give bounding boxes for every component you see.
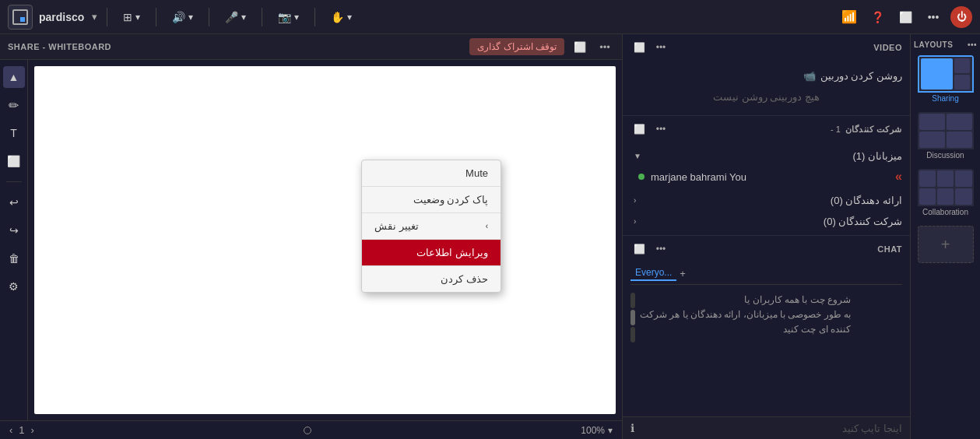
chat-screen-icon[interactable]: ⬜ xyxy=(631,241,648,258)
zoom-control[interactable]: 100% ▾ xyxy=(581,425,613,436)
end-button[interactable]: ⏻ xyxy=(950,6,972,28)
add-layout-icon: + xyxy=(941,236,950,254)
layout-sharing[interactable]: Sharing xyxy=(918,55,974,106)
participants-section: ⬜ ••• شرکت کنندگان 1 - ▼ میزبانان (1) xyxy=(623,116,910,236)
hosts-group-title: میزبانان (1) xyxy=(641,150,902,162)
prev-page-button[interactable]: ‹ xyxy=(9,424,12,436)
collab-item-4 xyxy=(919,188,936,205)
mic-button[interactable]: 🎤 ▾ xyxy=(219,8,252,26)
participant-arrow-icon: « xyxy=(895,170,902,184)
app-logo[interactable] xyxy=(8,5,33,30)
video-section: ⬜ ••• VIDEO روشن کردن دوربین 📹 هیچ دوربی… xyxy=(623,34,910,116)
chat-content: Everyo... + شروع چت با همه کاربران یا به… xyxy=(623,262,910,416)
help-icon[interactable]: ❓ xyxy=(866,6,888,28)
page-indicator xyxy=(304,427,311,434)
redo-tool[interactable]: ↪ xyxy=(3,220,25,241)
chat-scroll xyxy=(631,290,635,346)
layouts-panel: LAYOUTS ••• Sharing xyxy=(910,34,980,439)
participants-icons: ⬜ ••• xyxy=(631,121,669,138)
context-menu-clear-status[interactable]: پاک کردن وضعیت xyxy=(362,187,501,212)
wb-more-icon[interactable]: ••• xyxy=(595,37,614,56)
chat-tabs: Everyo... + xyxy=(631,265,902,285)
right-panel: ⬜ ••• VIDEO روشن کردن دوربین 📹 هیچ دوربی… xyxy=(622,34,910,439)
video-screen-icon[interactable]: ⬜ xyxy=(631,39,648,56)
hand-button[interactable]: ✋ ▾ xyxy=(325,8,358,26)
clear-status-label: پاک کردن وضعیت xyxy=(413,194,488,205)
participant-item[interactable]: marjane bahrami You « xyxy=(623,165,910,188)
layout-discussion[interactable]: Discussion xyxy=(918,112,974,163)
presenters-group-header[interactable]: › ارائه دهندگان (0) xyxy=(623,191,910,209)
change-role-arrow: › xyxy=(486,222,488,230)
video-more-icon[interactable]: ••• xyxy=(652,39,669,56)
context-menu-remove[interactable]: حذف کردن xyxy=(362,266,501,292)
mic-chevron: ▾ xyxy=(241,12,246,23)
layouts-header: LAYOUTS ••• xyxy=(914,40,977,49)
app-chevron[interactable]: ▾ xyxy=(92,11,97,23)
page-number: 1 xyxy=(19,424,24,436)
grid-button[interactable]: ⊞ ▾ xyxy=(117,8,146,26)
chat-more-icon[interactable]: ••• xyxy=(652,241,669,258)
chat-tab-everyone[interactable]: Everyo... xyxy=(631,265,676,281)
undo-tool[interactable]: ↩ xyxy=(3,191,25,213)
no-camera-text: هیچ دوربینی روشن نیست xyxy=(631,85,902,109)
video-icons: ⬜ ••• xyxy=(631,39,669,56)
context-menu-mute[interactable]: Mute xyxy=(362,160,501,186)
participant-name: marjane bahrami You xyxy=(651,171,895,183)
chat-messages: شروع چت با همه کاربران یا به طور خصوصی ب… xyxy=(640,290,851,346)
layout-sharing-thumb xyxy=(918,55,974,93)
layout-collaboration-thumb xyxy=(918,169,974,206)
attendees-group-header[interactable]: › شرکت کنندگان (0) xyxy=(623,212,910,230)
chat-add-tab[interactable]: + xyxy=(680,268,686,279)
camera-toggle-button[interactable]: روشن کردن دوربین 📹 xyxy=(631,67,902,85)
wb-screen-icon[interactable]: ⬜ xyxy=(571,37,589,56)
participants-screen-icon[interactable]: ⬜ xyxy=(631,121,648,138)
select-tool[interactable]: ▲ xyxy=(3,66,25,88)
participants-content: ▼ میزبانان (1) marjane bahrami You « › ا… xyxy=(623,142,910,235)
shape-tool[interactable]: ⬜ xyxy=(3,150,25,172)
whiteboard-panel: SHARE - WHITEBOARD توقف اشتراک گذاری ⬜ •… xyxy=(0,34,622,439)
hosts-group-header[interactable]: ▼ میزبانان (1) xyxy=(623,147,910,165)
collab-item-1 xyxy=(919,170,936,187)
collab-item-5 xyxy=(937,188,954,205)
participant-status-dot xyxy=(638,174,645,180)
stop-share-button[interactable]: توقف اشتراک گذاری xyxy=(469,38,564,55)
whiteboard-toolbar: ▲ ✏ T ⬜ ↩ ↪ 🗑 ⚙ xyxy=(0,60,28,420)
scroll-dot-3 xyxy=(631,327,635,342)
zoom-chevron: ▾ xyxy=(608,425,613,436)
hosts-group: ▼ میزبانان (1) marjane bahrami You « xyxy=(623,146,910,190)
mic-icon: 🎤 xyxy=(225,11,238,23)
next-page-button[interactable]: › xyxy=(31,424,34,436)
separator4 xyxy=(262,8,262,26)
whiteboard-footer: ‹ 1 › 100% ▾ xyxy=(0,420,622,439)
participants-more-icon[interactable]: ••• xyxy=(652,121,669,138)
delete-tool[interactable]: 🗑 xyxy=(3,248,25,269)
collab-item-6 xyxy=(955,188,971,205)
context-menu-edit-info[interactable]: ویرایش اطلاعات xyxy=(362,240,501,265)
hosts-chevron: ▼ xyxy=(634,152,641,160)
text-tool[interactable]: T xyxy=(3,122,25,144)
draw-tool[interactable]: ✏ xyxy=(3,94,25,116)
whiteboard-title: SHARE - WHITEBOARD xyxy=(8,42,111,51)
add-layout-button[interactable]: + xyxy=(918,226,974,263)
layouts-more-icon[interactable]: ••• xyxy=(968,40,977,49)
layout-side-item-2 xyxy=(954,75,971,90)
more-icon[interactable]: ••• xyxy=(922,6,944,28)
participants-header: ⬜ ••• شرکت کنندگان 1 - xyxy=(623,116,910,142)
disc-item-4 xyxy=(947,132,972,148)
whiteboard-canvas: Mute پاک کردن وضعیت › تغییر نقش ویرایش ا… xyxy=(34,66,616,414)
layout-collaboration[interactable]: Collaboration xyxy=(918,169,974,220)
video-content: روشن کردن دوربین 📹 هیچ دوربینی روشن نیست xyxy=(623,61,910,115)
volume-button[interactable]: 🔊 ▾ xyxy=(166,8,199,26)
screen-icon[interactable]: ⬜ xyxy=(894,6,916,28)
context-menu-change-role[interactable]: › تغییر نقش xyxy=(362,213,501,239)
layout-side-item-1 xyxy=(954,58,971,73)
chat-input-area: ℹ xyxy=(623,416,910,439)
layout-collaboration-label: Collaboration xyxy=(918,206,974,220)
chat-input[interactable] xyxy=(634,423,902,434)
camera-button[interactable]: 📷 ▾ xyxy=(272,8,305,26)
change-role-label: تغییر نقش xyxy=(374,220,419,232)
chat-header: ⬜ ••• CHAT xyxy=(623,236,910,262)
participants-title: شرکت کنندگان xyxy=(845,125,902,135)
settings-tool[interactable]: ⚙ xyxy=(3,276,25,297)
signal-icon: 📶 xyxy=(838,6,860,28)
